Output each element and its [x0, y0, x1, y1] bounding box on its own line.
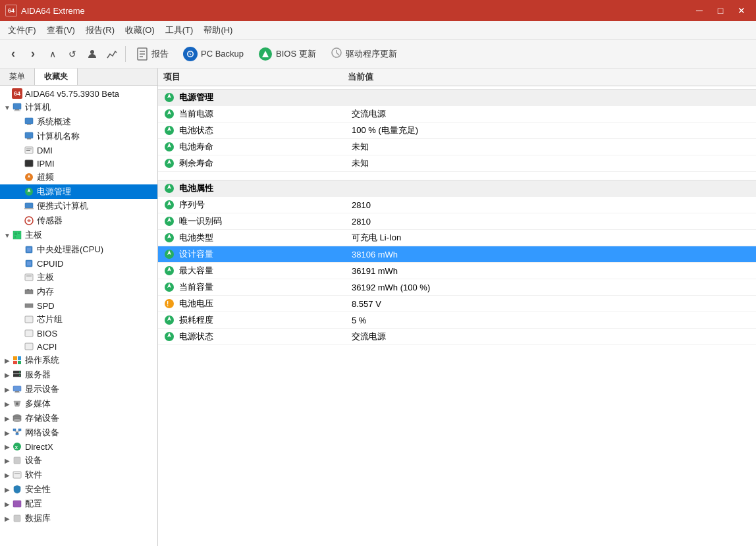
row-battery-status[interactable]: 电池状态 100 % (电量充足) — [158, 123, 756, 139]
menu-tools[interactable]: 工具(T) — [160, 22, 199, 38]
svg-rect-24 — [24, 208, 34, 209]
sidebar-item-label-sensor: 传感器 — [37, 215, 63, 227]
sidebar-item-spd[interactable]: SPD — [0, 299, 157, 312]
row-serial[interactable]: 序列号 2810 — [158, 197, 756, 213]
sidebar-item-label-ipmi: IPMI — [37, 159, 55, 169]
sidebar-item-network[interactable]: ▶ 网络设备 — [0, 425, 157, 440]
svg-rect-55 — [15, 391, 19, 393]
sidebar-item-acpi[interactable]: ACPI — [0, 340, 157, 353]
refresh-button[interactable]: ↺ — [63, 45, 82, 63]
row-battery-type[interactable]: 电池类型 可充电 Li-Ion — [158, 230, 756, 246]
sidebar-item-motherboard[interactable]: ▼ 主板 — [0, 228, 157, 242]
sidebar-item-cpuid[interactable]: CPUID — [0, 257, 157, 270]
sidebar-item-memory[interactable]: 内存 — [0, 285, 157, 299]
row-battery-life[interactable]: 电池寿命 未知 — [158, 139, 756, 155]
menu-favorites[interactable]: 收藏(O) — [120, 22, 160, 38]
col-header-value: 当前值 — [348, 71, 751, 83]
sidebar-item-overclock[interactable]: 超频 — [0, 170, 157, 184]
back-button[interactable]: ‹ — [4, 45, 22, 63]
sidebar-item-sensor[interactable]: 传感器 — [0, 213, 157, 228]
tab-favorites[interactable]: 收藏夹 — [35, 68, 78, 85]
menu-file[interactable]: 文件(F) — [3, 22, 41, 38]
tab-menu[interactable]: 菜单 — [0, 68, 35, 85]
row-remaining-life[interactable]: 剩余寿命 未知 — [158, 155, 756, 172]
up-button[interactable]: ∧ — [43, 45, 62, 63]
powermgmt-icon — [24, 186, 34, 197]
network-icon — [12, 427, 22, 438]
row-battery-status-icon — [163, 124, 175, 136]
expand-icon-db: ▶ — [3, 515, 12, 522]
row-battery-type-value: 可充电 Li-Ion — [352, 232, 751, 244]
sidebar-item-database[interactable]: ▶ 数据库 — [0, 511, 157, 526]
sidebar-item-ipmi[interactable]: IPMI — [0, 157, 157, 170]
menu-view[interactable]: 查看(V) — [41, 22, 80, 38]
sidebar-item-label-storage: 存储设备 — [25, 412, 59, 424]
row-current-cap[interactable]: 当前容量 36192 mWh (100 %) — [158, 279, 756, 296]
svg-rect-56 — [14, 392, 20, 393]
row-battery-type-icon — [163, 232, 175, 244]
svg-rect-10 — [13, 103, 21, 109]
sidebar-item-server[interactable]: ▶ 服务器 — [0, 368, 157, 382]
row-max-cap[interactable]: 最大容量 36191 mWh — [158, 263, 756, 279]
forward-button[interactable]: › — [24, 45, 42, 63]
row-design-cap[interactable]: 设计容量 38106 mWh — [158, 246, 756, 263]
sysoverview-icon — [24, 117, 34, 127]
spd-icon — [24, 300, 34, 311]
sidebar-item-display[interactable]: ▶ 显示设备 — [0, 382, 157, 396]
maximize-button[interactable]: □ — [711, 4, 730, 17]
memory-icon — [24, 287, 34, 297]
sidebar-item-label-cpuid: CPUID — [37, 259, 63, 269]
sidebar-item-chipset[interactable]: 芯片组 — [0, 312, 157, 327]
menu-help[interactable]: 帮助(H) — [198, 22, 238, 38]
sidebar-item-software[interactable]: ▶ 软件 — [0, 468, 157, 482]
sidebar-item-bios[interactable]: BIOS — [0, 327, 157, 340]
sidebar-item-storage[interactable]: ▶ 存储设备 — [0, 411, 157, 425]
sidebar-item-security[interactable]: ▶ 安全性 — [0, 482, 157, 497]
overclock-icon — [24, 172, 34, 182]
sidebar-item-config[interactable]: ▶ 配置 — [0, 497, 157, 511]
sidebar-item-portable[interactable]: 便携式计算机 — [0, 199, 157, 213]
report-button[interactable]: 报告 — [130, 45, 175, 63]
svg-line-65 — [14, 431, 17, 433]
svg-rect-31 — [27, 248, 31, 252]
sidebar-item-media[interactable]: ▶ 多媒体 — [0, 396, 157, 411]
driver-button[interactable]: 驱动程序更新 — [324, 44, 404, 63]
sidebar-item-aida64[interactable]: 64 AIDA64 v5.75.3930 Beta — [0, 87, 157, 100]
row-current-power[interactable]: 当前电源 交流电源 — [158, 106, 756, 123]
bios-button[interactable]: BIOS 更新 — [252, 44, 323, 64]
expand-icon-software: ▶ — [3, 472, 12, 479]
user-button[interactable] — [83, 45, 101, 63]
sidebar-item-devices[interactable]: ▶ 设备 — [0, 453, 157, 468]
svg-rect-12 — [14, 111, 20, 111]
row-wear[interactable]: 损耗程度 5 % — [158, 312, 756, 329]
row-current-cap-name: 当前容量 — [179, 281, 352, 293]
row-voltage[interactable]: ! 电池电压 8.557 V — [158, 296, 756, 312]
row-remaining-life-icon — [163, 157, 175, 169]
sidebar-item-label-bios: BIOS — [37, 329, 57, 339]
sidebar-item-sysoverview[interactable]: 系统概述 — [0, 115, 157, 129]
close-button[interactable]: ✕ — [732, 4, 751, 17]
sidebar-tree: 64 AIDA64 v5.75.3930 Beta ▼ 计算机 系统概述 — [0, 86, 157, 527]
title-bar-left: 64 AIDA64 Extreme — [5, 5, 85, 16]
row-unique-id[interactable]: 唯一识别码 2810 — [158, 213, 756, 230]
sidebar-item-label-display: 显示设备 — [25, 383, 59, 395]
title-bar: 64 AIDA64 Extreme ─ □ ✕ — [0, 0, 756, 21]
menu-report[interactable]: 报告(R) — [80, 22, 120, 38]
sidebar-item-directx[interactable]: ▶ X DirectX — [0, 440, 157, 453]
sidebar-item-os[interactable]: ▶ 操作系统 — [0, 353, 157, 368]
row-power-status[interactable]: 电源状态 交流电源 — [158, 329, 756, 345]
row-battery-life-icon — [163, 141, 175, 153]
sidebar-item-computername[interactable]: 计算机名称 — [0, 129, 157, 144]
svg-rect-15 — [25, 132, 33, 138]
row-serial-value: 2810 — [352, 200, 751, 210]
sidebar-item-mb[interactable]: 主板 — [0, 270, 157, 285]
chipset-icon — [24, 314, 34, 325]
pcbackup-button[interactable]: PC Backup — [176, 44, 250, 64]
minimize-button[interactable]: ─ — [690, 4, 709, 17]
sidebar-item-computer[interactable]: ▼ 计算机 — [0, 100, 157, 115]
sidebar-item-cpu[interactable]: 中央处理器(CPU) — [0, 242, 157, 257]
sidebar-item-dmi[interactable]: DMI — [0, 144, 157, 157]
sidebar-item-powermgmt[interactable]: 电源管理 — [0, 184, 157, 199]
row-voltage-icon: ! — [163, 298, 175, 310]
stats-button[interactable] — [103, 45, 121, 63]
